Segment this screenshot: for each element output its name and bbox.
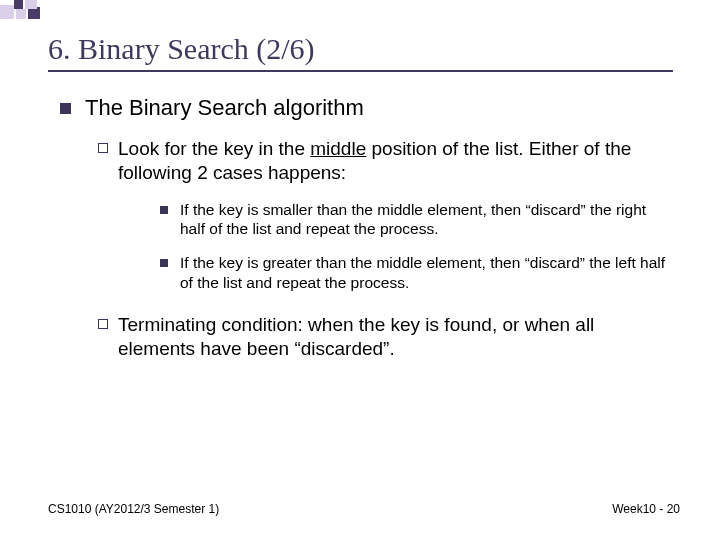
square-bullet-icon — [60, 103, 71, 114]
title-underline — [48, 70, 673, 72]
footer-course-info: CS1010 (AY2012/3 Semester 1) — [48, 502, 219, 516]
hollow-square-bullet-icon — [98, 143, 108, 153]
small-square-bullet-icon — [160, 206, 168, 214]
sub2-text: If the key is greater than the middle el… — [180, 253, 675, 293]
point1-rest-a: for the key in the — [159, 138, 310, 159]
slide-title: 6. Binary Search (2/6) — [48, 32, 315, 66]
point1-lead: Look — [118, 138, 159, 159]
decor-square — [0, 5, 14, 19]
point1-middle-underlined: middle — [310, 138, 366, 159]
point2-lead: Terminating — [118, 314, 216, 335]
bullet-level1: The Binary Search algorithm — [60, 95, 675, 121]
slide-content: The Binary Search algorithm Look for the… — [60, 95, 675, 376]
heading-text: The Binary Search algorithm — [85, 95, 364, 121]
point1-text: Look for the key in the middle position … — [118, 137, 675, 186]
bullet-level3: If the key is greater than the middle el… — [160, 253, 675, 293]
corner-decoration-row2 — [14, 0, 37, 9]
decor-square — [25, 0, 37, 9]
decor-square — [16, 9, 26, 19]
footer-page-number: Week10 - 20 — [612, 502, 680, 516]
point2-text: Terminating condition: when the key is f… — [118, 313, 675, 362]
hollow-square-bullet-icon — [98, 319, 108, 329]
sub1-text: If the key is smaller than the middle el… — [180, 200, 675, 240]
decor-square — [14, 0, 23, 9]
small-square-bullet-icon — [160, 259, 168, 267]
bullet-level3: If the key is smaller than the middle el… — [160, 200, 675, 240]
bullet-level2: Look for the key in the middle position … — [98, 137, 675, 186]
bullet-level2: Terminating condition: when the key is f… — [98, 313, 675, 362]
